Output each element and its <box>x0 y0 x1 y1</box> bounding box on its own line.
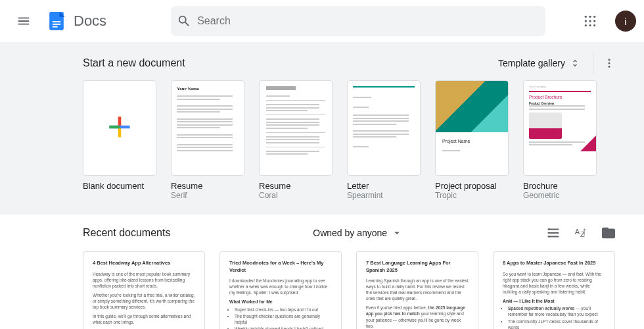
template-subtitle: Serif <box>171 191 244 200</box>
document-preview-title: 8 Apps to Master Japanese Fast in 2025 <box>503 260 605 267</box>
document-preview-title: 7 Best Language Learning Apps For Spanis… <box>366 260 469 274</box>
ownership-filter-button[interactable]: Owned by anyone <box>308 223 408 243</box>
account-avatar[interactable]: i <box>615 11 636 32</box>
svg-point-7 <box>585 20 587 22</box>
template-gallery-button[interactable]: Template gallery <box>492 53 587 73</box>
svg-rect-19 <box>109 125 120 128</box>
svg-point-15 <box>608 66 610 68</box>
svg-point-13 <box>608 59 610 61</box>
recent-documents-section: Recent documents Owned by anyone AZ 4 Be… <box>83 215 616 329</box>
svg-rect-22 <box>548 236 551 238</box>
sort-button[interactable]: AZ <box>573 225 589 241</box>
list-view-icon <box>546 226 561 240</box>
svg-rect-2 <box>53 24 60 25</box>
svg-point-10 <box>585 24 587 26</box>
sort-az-icon: AZ <box>574 226 588 240</box>
caret-down-icon <box>391 227 403 239</box>
document-card[interactable]: Tried Moodnotes for a Week – Here's My V… <box>219 251 342 329</box>
hamburger-icon <box>16 14 31 28</box>
plus-icon <box>106 114 133 143</box>
product-logo-block[interactable]: Docs <box>45 9 106 33</box>
template-subtitle: Tropic <box>435 191 509 200</box>
template-resume-serif[interactable]: Your Name Resume Serif <box>171 80 244 200</box>
document-card[interactable]: 7 Best Language Learning Apps For Spanis… <box>356 251 478 329</box>
template-gallery-section: Start a new document Template gallery <box>0 42 644 215</box>
template-subtitle: Geometric <box>523 191 597 200</box>
template-name: Resume <box>171 181 244 191</box>
template-row: Blank document Your Name Resume Serif Re… <box>83 80 616 200</box>
svg-point-9 <box>593 20 595 22</box>
template-letter-spearmint[interactable]: Letter Spearmint <box>347 80 421 200</box>
document-preview-title: Tried Moodnotes for a Week – Here's My V… <box>229 260 332 274</box>
open-picker-button[interactable] <box>601 225 616 241</box>
start-new-document-title: Start a new document <box>83 57 185 69</box>
document-card[interactable]: 4 Best Headway App Alternatives Headway … <box>83 251 205 329</box>
docs-logo-icon <box>45 9 68 33</box>
svg-text:A: A <box>575 228 580 236</box>
svg-rect-20 <box>548 229 551 230</box>
template-more-button[interactable] <box>593 51 616 75</box>
svg-point-14 <box>608 63 610 64</box>
template-brochure-geometric[interactable]: Your CompanyProduct BrochureProduct Over… <box>523 80 597 200</box>
svg-rect-3 <box>53 26 58 28</box>
template-blank-document[interactable]: Blank document <box>83 80 156 200</box>
svg-rect-21 <box>548 232 551 234</box>
template-name: Project proposal <box>435 181 509 191</box>
svg-point-8 <box>589 20 591 22</box>
search-icon <box>176 13 192 29</box>
google-apps-button[interactable] <box>574 5 606 37</box>
template-resume-coral[interactable]: Resume Coral <box>259 80 333 200</box>
template-name: Blank document <box>83 181 156 191</box>
more-vert-icon <box>603 57 615 69</box>
svg-point-12 <box>593 24 595 26</box>
document-card[interactable]: 8 Apps to Master Japanese Fast in 2025 S… <box>493 251 615 329</box>
app-header: Docs i <box>0 0 644 42</box>
template-name: Letter <box>347 181 421 191</box>
template-project-proposal[interactable]: Project Name Project proposal Tropic <box>435 80 509 200</box>
svg-point-6 <box>593 16 595 18</box>
svg-point-5 <box>589 16 591 18</box>
template-name: Brochure <box>523 181 597 191</box>
ownership-filter-label: Owned by anyone <box>313 228 387 238</box>
recent-documents-row: 4 Best Headway App Alternatives Headway … <box>83 251 616 329</box>
template-subtitle: Coral <box>259 191 333 200</box>
folder-icon <box>601 226 616 240</box>
search-input[interactable] <box>197 15 540 27</box>
svg-point-4 <box>585 16 587 18</box>
svg-rect-1 <box>53 21 60 22</box>
document-preview-title: 4 Best Headway App Alternatives <box>93 260 195 267</box>
svg-rect-17 <box>118 116 121 127</box>
template-name: Resume <box>259 181 333 191</box>
list-view-button[interactable] <box>545 225 561 241</box>
search-bar[interactable] <box>171 6 545 36</box>
svg-point-11 <box>589 24 591 26</box>
app-name: Docs <box>74 13 106 30</box>
apps-grid-icon <box>584 14 597 28</box>
main-menu-button[interactable] <box>8 5 39 37</box>
unfold-icon <box>569 57 581 69</box>
recent-documents-title: Recent documents <box>83 227 170 239</box>
template-subtitle: Spearmint <box>347 191 421 200</box>
template-gallery-label: Template gallery <box>498 58 565 68</box>
